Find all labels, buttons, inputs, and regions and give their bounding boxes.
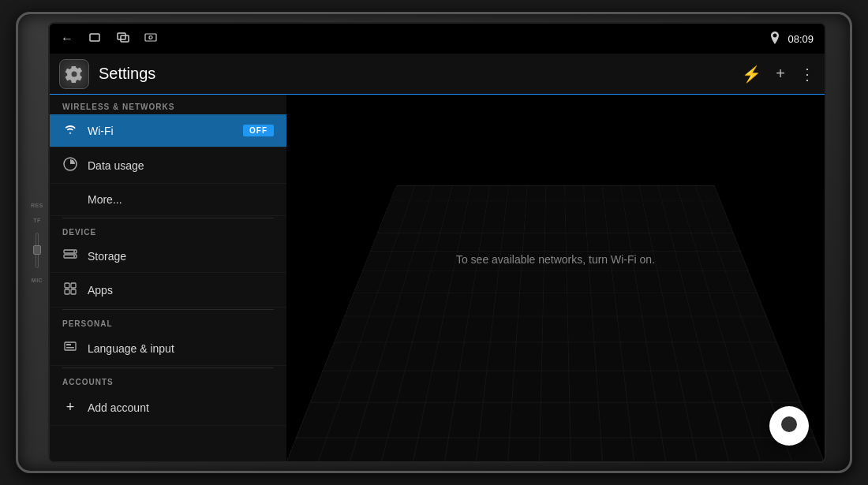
fab-button[interactable]: [769, 406, 809, 446]
data-usage-icon: [62, 157, 78, 173]
svg-rect-16: [66, 347, 74, 349]
svg-point-17: [781, 416, 797, 432]
svg-rect-11: [71, 283, 76, 288]
side-slider[interactable]: [36, 233, 39, 268]
svg-rect-2: [121, 35, 129, 42]
screen: ←: [48, 22, 826, 463]
app-icon: [59, 59, 89, 89]
section-accounts: ACCOUNTS: [50, 370, 286, 390]
svg-rect-0: [90, 34, 99, 41]
fab-icon: [780, 415, 799, 437]
section-device: DEVICE: [50, 220, 286, 240]
apps-label: Apps: [88, 284, 113, 297]
data-usage-label: Data usage: [88, 159, 144, 172]
svg-rect-15: [66, 344, 71, 345]
device-frame: RES TF MIC ←: [16, 12, 852, 473]
home-icon[interactable]: [88, 32, 102, 46]
storage-label: Storage: [88, 250, 126, 263]
side-buttons: RES TF MIC: [26, 22, 48, 463]
add-account-icon: +: [62, 399, 78, 416]
storage-icon: [62, 249, 78, 263]
wifi-label: Wi-Fi: [88, 125, 114, 137]
section-personal: PERSONAL: [50, 312, 286, 331]
svg-rect-10: [65, 283, 69, 288]
app-header: Settings ⚡ + ⋮: [50, 54, 825, 95]
location-icon: [770, 32, 780, 47]
divider-3: [62, 367, 274, 368]
add-account-label: Add account: [88, 401, 149, 414]
res-label: RES: [31, 203, 43, 208]
apps-icon: [62, 282, 78, 297]
status-bar: ←: [50, 24, 825, 54]
divider-1: [62, 218, 274, 218]
divider-2: [62, 309, 274, 310]
sidebar-item-data-usage[interactable]: Data usage: [50, 147, 286, 184]
svg-rect-1: [118, 33, 125, 39]
tf-label: TF: [33, 218, 41, 223]
app-title: Settings: [99, 65, 742, 83]
svg-rect-13: [71, 289, 76, 294]
nav-icons: ←: [61, 32, 157, 46]
add-button[interactable]: +: [776, 65, 785, 83]
more-button[interactable]: ⋮: [799, 65, 815, 84]
sidebar-item-language[interactable]: Language & input: [50, 331, 286, 366]
svg-rect-14: [65, 342, 76, 350]
wifi-icon: [62, 124, 78, 137]
svg-point-4: [149, 36, 152, 39]
screenshot-icon[interactable]: [144, 32, 157, 46]
sidebar-item-apps[interactable]: Apps: [50, 273, 286, 308]
sidebar-menu: WIRELESS & NETWORKS Wi-Fi OFF: [50, 95, 286, 461]
svg-rect-12: [65, 289, 69, 294]
sidebar-item-more[interactable]: More...: [50, 184, 286, 216]
sidebar-item-add-account[interactable]: + Add account: [50, 390, 286, 426]
recents-icon[interactable]: [116, 32, 130, 46]
section-wireless: WIRELESS & NETWORKS: [50, 95, 286, 114]
svg-rect-3: [145, 34, 156, 41]
more-label: More...: [88, 193, 122, 206]
grid-background: [286, 185, 825, 461]
mic-label: MIC: [32, 278, 43, 283]
language-label: Language & input: [88, 342, 174, 355]
flash-button[interactable]: ⚡: [742, 65, 761, 84]
content-area: WIRELESS & NETWORKS Wi-Fi OFF: [50, 95, 825, 461]
svg-point-8: [73, 251, 75, 252]
svg-point-9: [73, 256, 75, 257]
sidebar-item-storage[interactable]: Storage: [50, 240, 286, 273]
side-right: [826, 22, 842, 463]
sidebar-item-wifi[interactable]: Wi-Fi OFF: [50, 114, 286, 147]
wifi-status-message: To see available networks, turn Wi-Fi on…: [456, 253, 655, 266]
back-icon[interactable]: ←: [61, 32, 73, 46]
wifi-toggle[interactable]: OFF: [243, 125, 274, 136]
language-icon: [62, 341, 78, 356]
right-panel: To see available networks, turn Wi-Fi on…: [286, 95, 825, 461]
header-actions: ⚡ + ⋮: [742, 65, 815, 84]
status-time: 08:09: [788, 33, 814, 45]
status-right: 08:09: [770, 32, 814, 47]
